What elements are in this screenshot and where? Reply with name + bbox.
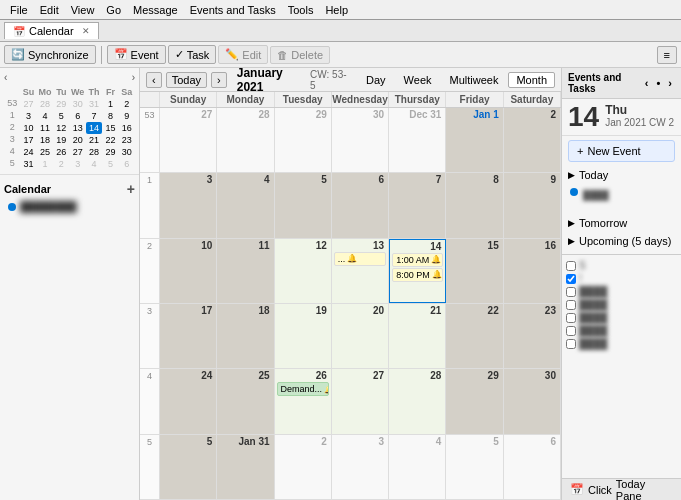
month-day-cell[interactable]: 22: [446, 304, 503, 368]
mini-cal-day[interactable]: 8: [102, 110, 118, 122]
more-options-button[interactable]: ≡: [657, 46, 677, 64]
month-day-cell[interactable]: 29: [446, 369, 503, 433]
mini-cal-day[interactable]: 27: [70, 146, 86, 158]
task-item[interactable]: ████: [562, 324, 681, 337]
mini-cal-day[interactable]: 12: [53, 122, 69, 134]
month-day-cell[interactable]: 13... 🔔: [332, 239, 389, 303]
month-day-cell[interactable]: 25: [217, 369, 274, 433]
mini-cal-day[interactable]: 30: [119, 146, 135, 158]
month-day-cell[interactable]: 3: [332, 435, 389, 499]
month-day-cell[interactable]: 5: [160, 435, 217, 499]
month-day-cell[interactable]: Jan 1: [446, 108, 503, 172]
task-item[interactable]: ████: [562, 285, 681, 298]
task-item[interactable]: ████: [562, 337, 681, 350]
mini-cal-day[interactable]: 4: [86, 158, 102, 170]
today-pane-button[interactable]: 📅 Click Today Pane: [570, 478, 673, 501]
mini-cal-day[interactable]: 28: [86, 146, 102, 158]
month-day-cell[interactable]: 17: [160, 304, 217, 368]
mini-cal-day[interactable]: 19: [53, 134, 69, 146]
mini-cal-day[interactable]: 11: [37, 122, 53, 134]
month-day-cell[interactable]: 20: [332, 304, 389, 368]
menu-message[interactable]: Message: [127, 2, 184, 18]
calendar-add-button[interactable]: +: [127, 181, 135, 197]
month-day-cell[interactable]: 30: [504, 369, 561, 433]
mini-cal-day[interactable]: 24: [20, 146, 36, 158]
month-day-cell[interactable]: 28: [389, 369, 446, 433]
mini-cal-day[interactable]: 3: [20, 110, 36, 122]
month-day-cell[interactable]: 2: [504, 108, 561, 172]
task-checkbox[interactable]: [566, 261, 576, 271]
next-month-button[interactable]: ›: [211, 72, 227, 88]
menu-events-tasks[interactable]: Events and Tasks: [184, 2, 282, 18]
mini-cal-day[interactable]: 4: [37, 110, 53, 122]
month-day-cell[interactable]: 4: [389, 435, 446, 499]
task-button[interactable]: ✓ Task: [168, 45, 217, 64]
mini-cal-day[interactable]: 2: [53, 158, 69, 170]
task-checkbox[interactable]: [566, 274, 576, 284]
view-multiweek-button[interactable]: Multiweek: [442, 72, 507, 88]
task-item[interactable]: ████: [562, 311, 681, 324]
mini-cal-day[interactable]: 15: [102, 122, 118, 134]
view-week-button[interactable]: Week: [396, 72, 440, 88]
month-day-cell[interactable]: Dec 31: [389, 108, 446, 172]
mini-cal-day[interactable]: 5: [102, 158, 118, 170]
synchronize-button[interactable]: 🔄 Synchronize: [4, 45, 96, 64]
mini-cal-day[interactable]: 29: [102, 146, 118, 158]
mini-cal-day[interactable]: 5: [53, 110, 69, 122]
mini-cal-day[interactable]: 20: [70, 134, 86, 146]
menu-go[interactable]: Go: [100, 2, 127, 18]
mini-cal-day[interactable]: 29: [53, 98, 69, 110]
event-block[interactable]: ... 🔔: [334, 252, 386, 266]
event-block[interactable]: 8:00 PM 🔔: [392, 268, 443, 282]
tab-close-button[interactable]: ✕: [82, 26, 90, 36]
mini-cal-day[interactable]: 31: [86, 98, 102, 110]
mini-cal-next[interactable]: ›: [132, 72, 135, 83]
mini-cal-day[interactable]: 18: [37, 134, 53, 146]
mini-cal-day[interactable]: 1: [102, 98, 118, 110]
task-checkbox[interactable]: [566, 326, 576, 336]
task-item[interactable]: ████: [562, 298, 681, 311]
mini-cal-day[interactable]: 10: [20, 122, 36, 134]
mini-cal-day[interactable]: 25: [37, 146, 53, 158]
mini-cal-day[interactable]: 6: [119, 158, 135, 170]
task-checkbox[interactable]: [566, 287, 576, 297]
mini-cal-day[interactable]: 21: [86, 134, 102, 146]
view-month-button[interactable]: Month: [508, 72, 555, 88]
month-day-cell[interactable]: 21: [389, 304, 446, 368]
month-day-cell[interactable]: 27: [332, 369, 389, 433]
task-item[interactable]: S: [562, 259, 681, 272]
menu-edit[interactable]: Edit: [34, 2, 65, 18]
mini-cal-prev[interactable]: ‹: [4, 72, 7, 83]
month-day-cell[interactable]: 16: [504, 239, 561, 303]
today-section-header[interactable]: ▶ Today: [562, 166, 681, 184]
task-checkbox[interactable]: [566, 339, 576, 349]
month-day-cell[interactable]: 6: [504, 435, 561, 499]
mini-cal-day[interactable]: 9: [119, 110, 135, 122]
mini-cal-day[interactable]: 26: [53, 146, 69, 158]
mini-cal-day[interactable]: 31: [20, 158, 36, 170]
month-day-cell[interactable]: 28: [217, 108, 274, 172]
task-checkbox[interactable]: [566, 313, 576, 323]
month-day-cell[interactable]: 18: [217, 304, 274, 368]
mini-cal-day[interactable]: 17: [20, 134, 36, 146]
mini-cal-day[interactable]: 3: [70, 158, 86, 170]
month-day-cell[interactable]: 26Demand... 🔔: [275, 369, 332, 433]
task-item[interactable]: !: [562, 272, 681, 285]
tab-calendar[interactable]: 📅 Calendar ✕: [4, 22, 99, 39]
mini-cal-day[interactable]: 28: [37, 98, 53, 110]
month-day-cell[interactable]: 15: [446, 239, 503, 303]
upcoming-section-header[interactable]: ▶ Upcoming (5 days): [562, 232, 681, 250]
mini-cal-day[interactable]: 23: [119, 134, 135, 146]
mini-cal-day[interactable]: 22: [102, 134, 118, 146]
mini-cal-day[interactable]: 30: [70, 98, 86, 110]
menu-file[interactable]: File: [4, 2, 34, 18]
right-panel-next[interactable]: ›: [665, 76, 675, 90]
event-button[interactable]: 📅 Event: [107, 45, 166, 64]
month-day-cell[interactable]: 7: [389, 173, 446, 237]
mini-cal-day[interactable]: 14: [86, 122, 102, 134]
edit-button[interactable]: ✏️ Edit: [218, 45, 268, 64]
view-day-button[interactable]: Day: [358, 72, 394, 88]
month-day-cell[interactable]: 9: [504, 173, 561, 237]
new-event-button[interactable]: + New Event: [568, 140, 675, 162]
event-block[interactable]: Demand... 🔔: [277, 382, 329, 396]
